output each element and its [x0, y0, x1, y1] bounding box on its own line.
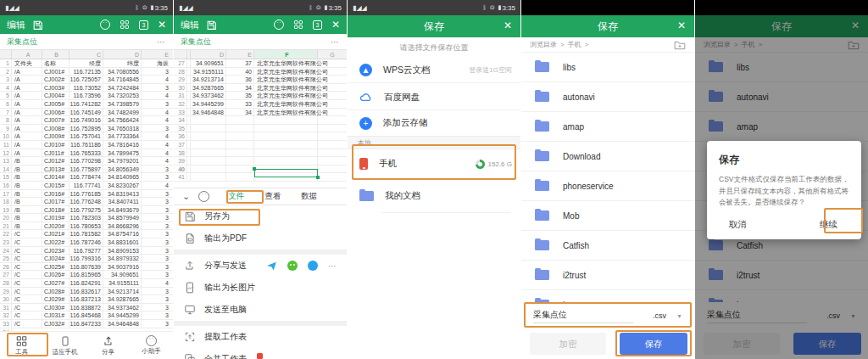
folder-row[interactable]: i2trust [521, 261, 694, 290]
sheet-row[interactable]: 29 34.9213714 36 北京元生华网软件有限公司 [174, 76, 347, 84]
sheet-row[interactable]: 1 文件夹 名称 经度 纬度 海拔 [0, 59, 173, 68]
sheet-row[interactable]: 20 /B CJ019# 116.782303 34.8579949 3 [0, 214, 173, 222]
menu-export-pdf[interactable]: 输出为PDF [174, 227, 347, 250]
folder-row[interactable]: autonavi [521, 82, 694, 112]
tab-data[interactable]: 数据 [301, 191, 317, 202]
folder-row[interactable]: log [521, 290, 694, 302]
extension-dropdown-icon[interactable]: ▼ [676, 313, 682, 319]
file-extension[interactable]: .csv [653, 311, 666, 320]
sheet-row[interactable]: 10 /A CJ009# 116.757041 34.7733364 4 [0, 132, 173, 141]
sheet-row[interactable]: 12 /A CJ011# 116.765333 34.7899475 4 [0, 149, 173, 158]
close-icon[interactable]: ✕ [504, 20, 512, 31]
continue-button[interactable]: 继续 [820, 219, 837, 231]
sheet-row[interactable]: 23 /C CJ022# 116.787246 34.8831601 3 [0, 238, 173, 247]
sheet-row-empty[interactable]: 38 [174, 149, 347, 158]
sheet-row[interactable]: 27 34.909651 37 北京元生华网软件有限公司 [174, 59, 347, 68]
sheet-row[interactable]: 4 /A CJ003# 116.73052 34.7242484 3 [0, 84, 173, 93]
filename-input[interactable]: 采集点位 [533, 309, 633, 323]
sheet-row[interactable]: 15 /B CJ014# 116.778474 34.8140965 3 [0, 173, 173, 182]
save-icon[interactable] [206, 20, 217, 31]
collapse-chevron-icon[interactable]: ⌄ [182, 191, 190, 202]
menu-share-send[interactable]: 分享与发送 ⋯ [174, 255, 347, 277]
add-cloud-item[interactable]: + 添加云存储 [348, 110, 520, 136]
sheet-row-empty[interactable]: 36 [174, 132, 347, 141]
edit-mode-label[interactable]: 编辑 [7, 19, 25, 31]
sheet-row[interactable]: 22 /C CJ021# 116.781582 34.8754716 3 [0, 230, 173, 238]
sheet-row[interactable]: 33 34.9464848 34 北京元生华网软件有限公司 [174, 109, 347, 117]
sheet-row[interactable]: 21 /B CJ020# 116.780653 34.8668296 3 [0, 222, 173, 231]
assistant-icon[interactable] [274, 20, 284, 30]
tools-button[interactable]: 工具 [0, 332, 43, 359]
sheet-row[interactable]: 9 /A CJ008# 116.752895 34.7650318 3 [0, 125, 173, 133]
sheet-row[interactable]: 19 /B CJ018# 116.779275 34.8493679 3 [0, 206, 173, 215]
paper-plane-icon[interactable] [266, 261, 277, 272]
fit-phone-button[interactable]: 适应手机 [43, 332, 86, 359]
sheet-row[interactable]: 5 /A CJ004# 116.73596 34.7320253 4 [0, 92, 173, 100]
sheet-row-empty[interactable]: 35 [174, 125, 347, 133]
spreadsheet-grid[interactable]: D E F G 27 34.909651 37 北京元生华网软件有限公司 [174, 50, 347, 188]
apps-grid-icon[interactable] [293, 20, 303, 30]
sheet-row[interactable]: 29 /C CJ028# 116.832617 34.9213714 3 [0, 288, 173, 296]
sheet-more-button[interactable]: ⋯ [157, 37, 166, 47]
sheet-row[interactable]: 27 /C CJ026# 116.815965 34.909651 3 [0, 271, 173, 279]
menu-save-as[interactable]: 另存为 [174, 205, 347, 227]
sheet-row[interactable]: 13 /B CJ012# 116.770298 34.7979201 4 [0, 157, 173, 165]
window-count-button[interactable]: 3 [139, 20, 148, 30]
cell-selection-F40[interactable] [254, 169, 318, 177]
sheet-row-empty[interactable]: 34 [174, 116, 347, 125]
sheet-row[interactable]: 28 /C CJ027# 116.824291 34.9155111 4 [0, 279, 173, 288]
sheet-row[interactable]: 30 34.9287665 34 北京元生华网软件有限公司 [174, 84, 347, 93]
encrypt-button[interactable]: 加密 [530, 333, 606, 355]
folder-row[interactable]: Download [521, 142, 694, 171]
sheet-row[interactable]: 16 /B CJ015# 116.77741 34.8230267 4 [0, 182, 173, 190]
wps-cloud-item[interactable]: ▲ WPS云文档 登录送1G空间 [348, 58, 520, 83]
folder-row[interactable]: phoneservice [521, 171, 694, 201]
folder-row[interactable]: Catfish [521, 231, 694, 261]
sheet-row[interactable]: 31 34.9373462 35 北京元生华网软件有限公司 [174, 92, 347, 100]
baidu-netdisk-item[interactable]: 百度网盘 [348, 85, 520, 110]
sheet-row[interactable]: 25 /C CJ024# 116.799316 34.8979332 3 [0, 255, 173, 263]
sheet-row[interactable]: 14 /B CJ013# 116.775897 34.8056349 3 [0, 165, 173, 174]
sheet-row[interactable]: 32 34.9445299 33 北京元生华网软件有限公司 [174, 100, 347, 109]
spreadsheet-grid[interactable]: A B C D E 1 文件夹 名称 经度 纬度 海拔 [0, 50, 173, 331]
sheet-row[interactable]: 11 /A CJ010# 116.761186 34.7816416 4 [0, 141, 173, 149]
sheet-row-empty[interactable]: 37 [174, 141, 347, 149]
edit-mode-label[interactable]: 编辑 [181, 19, 199, 31]
breadcrumb-current[interactable]: 手机 [568, 40, 581, 49]
folder-row[interactable]: amap [521, 112, 694, 142]
apps-grid-icon[interactable] [120, 20, 130, 30]
close-icon[interactable]: ✕ [331, 20, 340, 30]
qq-icon[interactable] [308, 261, 318, 271]
sheet-row[interactable]: 30 /C CJ029# 116.837213 34.9287665 3 [0, 295, 173, 304]
tab-view[interactable]: 查看 [264, 191, 281, 202]
save-icon[interactable] [32, 20, 43, 31]
menu-export-long-image[interactable]: 输出为长图片 [174, 277, 347, 299]
sheet-row-empty[interactable]: 39 [174, 157, 347, 165]
window-count-button[interactable]: 3 [313, 20, 322, 30]
assistant-face-icon[interactable] [198, 191, 209, 202]
share-button[interactable]: 分享 [86, 332, 130, 359]
sheet-row[interactable]: 7 /A CJ006# 116.745149 34.7482499 4 [0, 109, 173, 117]
menu-extract-sheet[interactable]: 提取工作表 [174, 326, 347, 348]
close-icon[interactable]: ✕ [677, 20, 686, 31]
new-folder-icon[interactable] [674, 40, 686, 50]
breadcrumb-root[interactable]: 浏览目录 [530, 40, 557, 49]
tab-file[interactable]: 文件 [228, 191, 244, 202]
sheet-row[interactable]: 24 /C CJ023# 116.79277 34.8909153 3 [0, 247, 173, 255]
sheet-row[interactable]: 33 /C CJ032# 116.847233 34.9464848 3 [0, 320, 173, 328]
sheet-row[interactable]: 17 /B CJ016# 116.776185 34.8319413 3 [0, 190, 173, 199]
sheet-row[interactable]: 8 /A CJ007# 116.749016 34.7566424 4 [0, 116, 173, 125]
sheet-row[interactable]: 32 /C CJ031# 116.845468 34.9445299 3 [0, 311, 173, 320]
folder-row[interactable]: libs [521, 53, 694, 82]
menu-merge-sheet[interactable]: 合并工作表 [174, 348, 347, 359]
sheet-row[interactable]: 6 /A CJ005# 116.741282 34.7398579 3 [0, 100, 173, 109]
helper-button[interactable]: 小助手 [130, 332, 173, 359]
sheet-row[interactable]: 31 /C CJ030# 116.838872 34.9373462 3 [0, 304, 173, 312]
more-share-icon[interactable]: ⋯ [328, 261, 337, 271]
sheet-row[interactable]: 26 /C CJ025# 116.807639 34.9037916 3 [0, 263, 173, 272]
sheet-tab[interactable]: 采集点位 [181, 36, 211, 48]
sheet-row[interactable]: 2 /A CJ001# 116.72135 34.7080556 3 [0, 68, 173, 76]
sheet-row[interactable]: 18 /B CJ017# 116.776248 34.8407411 3 [0, 198, 173, 206]
my-documents-item[interactable]: 我的文档 [348, 183, 520, 209]
sheet-row[interactable]: 28 34.9155111 40 北京元生华网软件有限公司 [174, 68, 347, 76]
